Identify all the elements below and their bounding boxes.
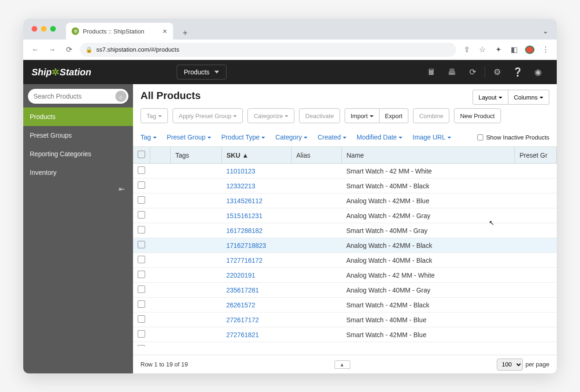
columns-button[interactable]: Columns xyxy=(508,90,549,105)
window-maximize[interactable] xyxy=(50,26,56,32)
row-checkbox[interactable] xyxy=(138,315,145,323)
sku-link[interactable]: 1617288182 xyxy=(222,223,292,238)
row-checkbox[interactable] xyxy=(138,226,145,233)
table-row[interactable]: 272871733Smart Watch - 40MM - Blue xyxy=(133,342,557,347)
brand-logo[interactable]: Ship✲Station xyxy=(32,66,91,78)
row-checkbox[interactable] xyxy=(138,345,145,346)
table-row[interactable]: 12332213Smart Watch - 40MM - Black xyxy=(133,179,557,193)
products-table[interactable]: TagsSKU ▲AliasNamePreset Gr 11010123Smar… xyxy=(133,146,557,346)
col-alias[interactable]: Alias xyxy=(292,147,342,164)
filter-image-url[interactable]: Image URL xyxy=(413,133,451,141)
sku-link[interactable]: 235617281 xyxy=(222,283,292,298)
filter-tag[interactable]: Tag xyxy=(140,133,157,141)
per-page-select[interactable]: 100 xyxy=(497,359,523,371)
col-preset-gr[interactable]: Preset Gr xyxy=(515,147,557,164)
sku-link[interactable]: 1515161231 xyxy=(222,208,292,223)
filter-product-type[interactable]: Product Type xyxy=(221,133,265,141)
sku-link[interactable]: 272761821 xyxy=(222,327,292,342)
help-icon[interactable]: ❔ xyxy=(507,67,528,77)
table-row[interactable]: 1617288182Smart Watch - 40MM - Gray xyxy=(133,223,557,238)
sku-link[interactable]: 11010123 xyxy=(222,164,292,179)
sidebar-item-inventory[interactable]: Inventory xyxy=(23,163,133,182)
row-checkbox[interactable] xyxy=(138,330,145,338)
sku-link[interactable]: 26261572 xyxy=(222,298,292,312)
extensions-icon[interactable]: ✦ xyxy=(493,45,503,54)
new-tab-button[interactable]: + xyxy=(179,27,192,40)
footer-expand-icon[interactable]: ▴ xyxy=(334,360,350,369)
row-checkbox[interactable] xyxy=(138,256,145,263)
apply-preset-button[interactable]: Apply Preset Group xyxy=(173,108,243,123)
layout-button[interactable]: Layout xyxy=(473,90,508,105)
export-button[interactable]: Export xyxy=(380,108,409,123)
col-tags[interactable]: Tags xyxy=(171,147,222,164)
sku-link[interactable]: 12332213 xyxy=(222,179,292,193)
profile-avatar[interactable] xyxy=(525,45,534,54)
sidebar-search[interactable]: ⌕ xyxy=(28,89,128,104)
deactivate-button[interactable]: Deactivate xyxy=(299,108,340,123)
sidebar-item-reporting-categories[interactable]: Reporting Categories xyxy=(23,145,133,163)
row-checkbox[interactable] xyxy=(138,286,145,293)
sku-link[interactable]: 1727716172 xyxy=(222,253,292,268)
tabs-dropdown-icon[interactable]: ⌄ xyxy=(542,27,548,35)
tab-close-icon[interactable]: ✕ xyxy=(162,28,167,35)
browser-menu-icon[interactable]: ⋮ xyxy=(541,45,550,54)
show-inactive-checkbox[interactable] xyxy=(477,134,483,140)
select-all-checkbox[interactable] xyxy=(138,151,145,158)
row-checkbox[interactable] xyxy=(138,181,145,189)
filter-created[interactable]: Created xyxy=(318,133,347,141)
import-button[interactable]: Import xyxy=(345,108,380,123)
sidebar-item-products[interactable]: Products xyxy=(23,107,133,126)
bookmark-icon[interactable]: ☆ xyxy=(478,45,487,54)
sku-link[interactable]: 272617172 xyxy=(222,312,292,327)
filter-modified-date[interactable]: Modified Date xyxy=(357,133,402,141)
col-blank[interactable] xyxy=(150,147,171,164)
url-input[interactable]: 🔒 ss7.shipstation.com/#/products xyxy=(80,43,456,57)
window-close[interactable] xyxy=(32,26,37,32)
combine-button[interactable]: Combine xyxy=(413,108,449,123)
row-checkbox[interactable] xyxy=(138,271,145,278)
col-checkbox[interactable] xyxy=(133,147,150,164)
search-icon[interactable]: ⌕ xyxy=(115,91,127,102)
table-row[interactable]: 22020191Analog Watch - 42 MM - White xyxy=(133,268,557,283)
share-icon[interactable]: ⇪ xyxy=(462,45,471,54)
table-row[interactable]: 11010123Smart Watch - 42 MM - White xyxy=(133,164,557,179)
row-checkbox[interactable] xyxy=(138,196,145,204)
browser-tab[interactable]: ✲ Products :: ShipStation ✕ xyxy=(66,23,173,40)
row-checkbox[interactable] xyxy=(138,211,145,219)
sidebar-item-preset-groups[interactable]: Preset Groups xyxy=(23,126,133,145)
row-checkbox[interactable] xyxy=(138,241,145,248)
filter-preset-group[interactable]: Preset Group xyxy=(167,133,211,141)
table-row[interactable]: 235617281Analog Watch - 40MM - Gray xyxy=(133,283,557,298)
col-sku[interactable]: SKU ▲ xyxy=(222,147,292,164)
sidepanel-icon[interactable]: ◧ xyxy=(509,45,519,54)
table-row[interactable]: 1515161231Analog Watch - 42MM - Gray xyxy=(133,208,557,223)
col-name[interactable]: Name xyxy=(342,147,515,164)
account-icon[interactable]: ◉ xyxy=(528,67,548,77)
nav-back-icon[interactable]: ← xyxy=(30,46,41,54)
search-input[interactable] xyxy=(33,93,115,100)
table-row[interactable]: 1314526112Analog Watch - 42MM - Blue xyxy=(133,193,557,208)
sku-link[interactable]: 22020191 xyxy=(222,268,292,283)
tag-button[interactable]: Tag xyxy=(140,108,168,123)
categorize-button[interactable]: Categorize xyxy=(247,108,294,123)
table-row[interactable]: 1727716172Analog Watch - 40MM - Black xyxy=(133,253,557,268)
nav-reload-icon[interactable]: ⟳ xyxy=(63,45,74,54)
sidebar-collapse-icon[interactable]: ⇤ xyxy=(116,185,129,193)
calculator-icon[interactable]: 🖩 xyxy=(421,67,442,77)
new-product-button[interactable]: New Product xyxy=(454,108,500,123)
nav-forward-icon[interactable]: → xyxy=(47,46,58,54)
row-checkbox[interactable] xyxy=(138,166,145,174)
table-row[interactable]: 272761821Smart Watch - 42MM - Blue xyxy=(133,327,557,342)
sku-link[interactable]: 1314526112 xyxy=(222,193,292,208)
sku-link[interactable]: 272871733 xyxy=(222,342,292,347)
print-icon[interactable]: 🖶 xyxy=(442,67,462,77)
horizontal-scrollbar[interactable] xyxy=(133,346,557,355)
filter-category[interactable]: Category xyxy=(275,133,307,141)
window-minimize[interactable] xyxy=(41,26,47,32)
sku-link[interactable]: 17162718823 xyxy=(222,238,292,253)
section-dropdown[interactable]: Products xyxy=(177,65,227,80)
table-row[interactable]: 17162718823Analog Watch - 42MM - Black xyxy=(133,238,557,253)
table-row[interactable]: 272617172Smart Watch - 40MM - Blue xyxy=(133,312,557,327)
refresh-icon[interactable]: ⟳ xyxy=(462,67,483,77)
table-row[interactable]: 26261572Smart Watch - 42MM - Black xyxy=(133,298,557,312)
